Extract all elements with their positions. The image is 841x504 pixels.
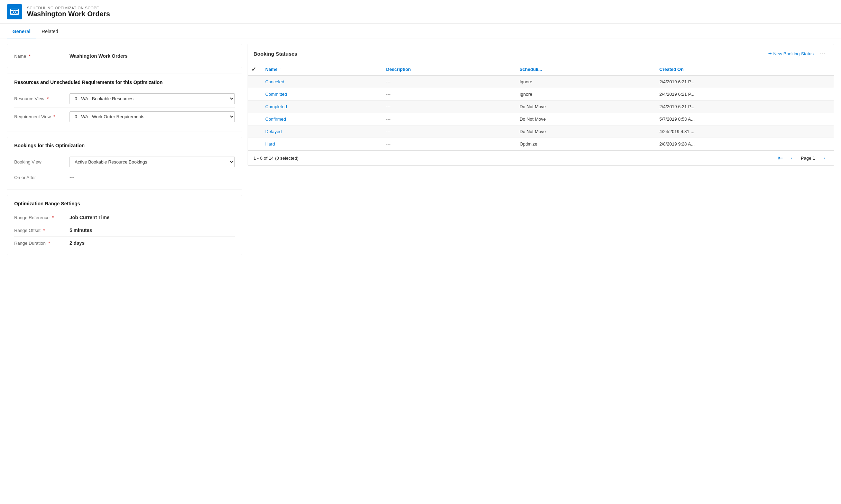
row-description-cell: --- bbox=[383, 138, 516, 150]
th-created-on[interactable]: Created On bbox=[656, 63, 834, 76]
requirement-view-dropdown[interactable]: 0 - WA - Work Order Requirements bbox=[70, 111, 235, 122]
new-booking-label: New Booking Status bbox=[773, 51, 814, 56]
row-check-cell[interactable] bbox=[248, 101, 262, 113]
row-name-link[interactable]: Confirmed bbox=[265, 116, 286, 122]
row-name-link[interactable]: Hard bbox=[265, 141, 275, 147]
row-check-cell[interactable] bbox=[248, 138, 262, 150]
resource-view-label: Resource View * bbox=[14, 96, 70, 101]
page-number-label: Page 1 bbox=[801, 156, 815, 161]
resource-view-dropdown[interactable]: 0 - WA - Bookable Resources bbox=[70, 93, 235, 104]
range-reference-value: Job Current Time bbox=[70, 215, 235, 220]
row-created-on-cell: 2/8/2019 9:28 A... bbox=[656, 138, 834, 150]
range-offset-value: 5 minutes bbox=[70, 227, 235, 233]
table-row: Committed---Ignore2/4/2019 6:21 P... bbox=[248, 88, 834, 101]
range-reference-label: Range Reference * bbox=[14, 215, 70, 220]
row-name-cell: Delayed bbox=[262, 125, 383, 138]
row-check-cell[interactable] bbox=[248, 76, 262, 88]
row-name-link[interactable]: Committed bbox=[265, 92, 287, 97]
header-checkmark: ✓ bbox=[251, 66, 256, 72]
tab-general[interactable]: General bbox=[7, 25, 36, 38]
new-booking-status-button[interactable]: + New Booking Status bbox=[765, 49, 816, 58]
row-check-cell[interactable] bbox=[248, 125, 262, 138]
row-check-cell[interactable] bbox=[248, 113, 262, 125]
requirement-view-dropdown-wrapper: 0 - WA - Work Order Requirements bbox=[70, 111, 235, 122]
sort-icon: ↑ bbox=[279, 67, 281, 72]
resources-title: Resources and Unscheduled Requirements f… bbox=[14, 80, 235, 85]
booking-view-dropdown[interactable]: Active Bookable Resource Bookings bbox=[70, 157, 235, 167]
range-duration-row: Range Duration * 2 days bbox=[14, 237, 235, 249]
bookings-title: Bookings for this Optimization bbox=[14, 143, 235, 148]
optimization-title: Optimization Range Settings bbox=[14, 201, 235, 206]
pagination-bar: 1 - 6 of 14 (0 selected) ⇤ ← Page 1 → bbox=[248, 150, 834, 165]
bookings-section: Bookings for this Optimization Booking V… bbox=[7, 137, 242, 189]
row-description-cell: --- bbox=[383, 125, 516, 138]
tabs-bar: General Related bbox=[0, 25, 841, 38]
table-row: Hard---Optimize2/8/2019 9:28 A... bbox=[248, 138, 834, 150]
row-scheduling-cell: Ignore bbox=[516, 88, 656, 101]
row-created-on-cell: 2/4/2019 6:21 P... bbox=[656, 101, 834, 113]
pagination-controls: ⇤ ← Page 1 → bbox=[776, 154, 828, 162]
row-name-link[interactable]: Canceled bbox=[265, 79, 284, 84]
name-section: Name * Washington Work Orders bbox=[7, 44, 242, 68]
app-title: Washington Work Orders bbox=[27, 10, 110, 18]
row-check-cell[interactable] bbox=[248, 88, 262, 101]
th-description[interactable]: Description bbox=[383, 63, 516, 76]
requirement-view-label: Requirement View * bbox=[14, 114, 70, 119]
left-panel: Name * Washington Work Orders Resources … bbox=[7, 44, 242, 255]
row-description-cell: --- bbox=[383, 76, 516, 88]
requirement-view-required: * bbox=[54, 114, 55, 119]
booking-view-label: Booking View bbox=[14, 159, 70, 165]
resource-view-dropdown-wrapper: 0 - WA - Bookable Resources bbox=[70, 93, 235, 104]
row-scheduling-cell: Do Not Move bbox=[516, 101, 656, 113]
row-name-cell: Canceled bbox=[262, 76, 383, 88]
prev-page-button[interactable]: ← bbox=[788, 154, 798, 162]
row-description-cell: --- bbox=[383, 88, 516, 101]
row-name-cell: Hard bbox=[262, 138, 383, 150]
booking-statuses-header: Booking Statuses + New Booking Status ⋯ bbox=[248, 44, 834, 63]
app-subtitle: SCHEDULING OPTIMIZATION SCOPE bbox=[27, 6, 110, 10]
table-header-row: ✓ Name ↑ Description Scheduli... bbox=[248, 63, 834, 76]
row-description-cell: --- bbox=[383, 101, 516, 113]
app-title-block: SCHEDULING OPTIMIZATION SCOPE Washington… bbox=[27, 6, 110, 18]
th-name[interactable]: Name ↑ bbox=[262, 63, 383, 76]
range-reference-row: Range Reference * Job Current Time bbox=[14, 211, 235, 224]
optimization-section: Optimization Range Settings Range Refere… bbox=[7, 195, 242, 255]
row-created-on-cell: 4/24/2019 4:31 ... bbox=[656, 125, 834, 138]
row-created-on-cell: 5/7/2019 8:53 A... bbox=[656, 113, 834, 125]
resource-view-required: * bbox=[47, 96, 49, 101]
row-name-cell: Completed bbox=[262, 101, 383, 113]
resource-view-row: Resource View * 0 - WA - Bookable Resour… bbox=[14, 90, 235, 108]
row-scheduling-cell: Do Not Move bbox=[516, 125, 656, 138]
more-options-button[interactable]: ⋯ bbox=[816, 48, 828, 59]
row-name-cell: Committed bbox=[262, 88, 383, 101]
name-required-indicator: * bbox=[29, 54, 30, 59]
range-duration-label: Range Duration * bbox=[14, 241, 70, 246]
th-scheduling[interactable]: Scheduli... bbox=[516, 63, 656, 76]
on-or-after-label: On or After bbox=[14, 175, 70, 180]
table-row: Confirmed---Do Not Move5/7/2019 8:53 A..… bbox=[248, 113, 834, 125]
table-row: Delayed---Do Not Move4/24/2019 4:31 ... bbox=[248, 125, 834, 138]
row-name-link[interactable]: Completed bbox=[265, 104, 287, 109]
name-value: Washington Work Orders bbox=[70, 53, 235, 59]
pagination-summary: 1 - 6 of 14 (0 selected) bbox=[253, 156, 298, 161]
next-page-button[interactable]: → bbox=[818, 154, 828, 162]
right-panel: Booking Statuses + New Booking Status ⋯ … bbox=[248, 44, 834, 255]
row-description-cell: --- bbox=[383, 113, 516, 125]
tab-related[interactable]: Related bbox=[36, 25, 64, 38]
on-or-after-row: On or After --- bbox=[14, 171, 235, 184]
range-offset-required: * bbox=[43, 228, 45, 233]
booking-statuses-title: Booking Statuses bbox=[253, 51, 765, 57]
first-page-button[interactable]: ⇤ bbox=[776, 154, 785, 162]
resources-section: Resources and Unscheduled Requirements f… bbox=[7, 74, 242, 131]
row-scheduling-cell: Optimize bbox=[516, 138, 656, 150]
th-check[interactable]: ✓ bbox=[248, 63, 262, 76]
plus-icon: + bbox=[768, 50, 772, 57]
booking-view-row: Booking View Active Bookable Resource Bo… bbox=[14, 153, 235, 171]
table-row: Completed---Do Not Move2/4/2019 6:21 P..… bbox=[248, 101, 834, 113]
svg-point-1 bbox=[13, 10, 16, 13]
on-or-after-value: --- bbox=[70, 175, 235, 180]
range-offset-row: Range Offset * 5 minutes bbox=[14, 224, 235, 237]
booking-statuses-table: ✓ Name ↑ Description Scheduli... bbox=[248, 63, 834, 150]
row-name-link[interactable]: Delayed bbox=[265, 129, 282, 134]
range-reference-required: * bbox=[52, 215, 54, 220]
